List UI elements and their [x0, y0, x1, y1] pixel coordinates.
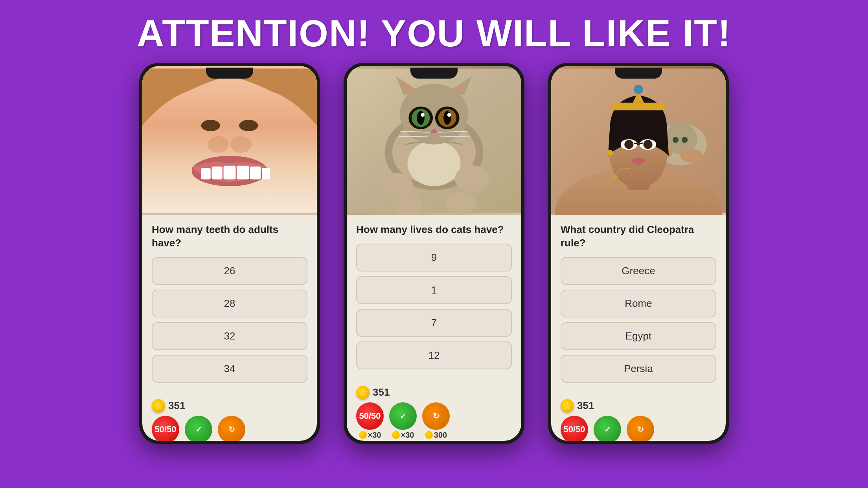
svg-point-1: [208, 136, 229, 152]
phone-2-powerup-check[interactable]: ✓ ×30: [389, 402, 417, 440]
phone-2-powerup-50-label: ×30: [359, 431, 381, 440]
phone-1-inner: How many teeth do adults have? 26 28 32 …: [142, 66, 317, 441]
svg-point-11: [239, 120, 258, 131]
phone-1-powerup-swap[interactable]: ↻ 300: [218, 416, 245, 441]
phone-3-powerup-check-badge: ✓: [594, 416, 621, 441]
svg-point-35: [455, 165, 489, 192]
phone-3-powerup-50-badge: 50/50: [561, 416, 588, 441]
phone-3-powerup-50[interactable]: 50/50 ×30: [561, 416, 588, 441]
phone-1-answer-3[interactable]: 32: [152, 322, 307, 350]
phone-2-powerup-check-badge: ✓: [389, 402, 417, 430]
phone-3-answer-2[interactable]: Rome: [561, 290, 716, 317]
phone-1-question: How many teeth do adults have?: [152, 223, 307, 250]
phone-1-wrapper: How many teeth do adults have? 26 28 32 …: [139, 63, 320, 444]
phone-1: How many teeth do adults have? 26 28 32 …: [139, 63, 320, 444]
svg-point-48: [680, 149, 703, 163]
phone-2-coins-row: ⭐ 351: [356, 386, 512, 399]
phone-1-image-svg: [142, 66, 317, 215]
phone-2-coins-count: 351: [373, 386, 390, 398]
phone-1-powerup-check[interactable]: ✓ ×30: [185, 416, 212, 441]
phone-3: What country did Cleopatra rule? Greece …: [548, 63, 729, 444]
phone-2-powerup-50-coin: [359, 431, 367, 439]
phone-1-answer-2[interactable]: 28: [152, 290, 307, 317]
svg-point-63: [607, 150, 613, 156]
phone-3-powerup-swap[interactable]: ↻ 300: [627, 416, 654, 441]
svg-rect-4: [201, 168, 211, 179]
svg-rect-9: [262, 168, 270, 179]
svg-point-45: [673, 137, 679, 143]
phone-3-answer-3[interactable]: Egypt: [561, 322, 716, 350]
phone-1-coins-row: ⭐ 351: [152, 399, 307, 413]
phone-2-answer-2[interactable]: 1: [356, 276, 512, 304]
phone-1-powerup-swap-badge: ↻: [218, 416, 245, 441]
phone-2-powerup-swap-badge: ↻: [422, 402, 450, 430]
phone-2-powerup-swap[interactable]: ↻ 300: [422, 402, 450, 440]
phone-2-answer-4[interactable]: 12: [356, 341, 512, 369]
svg-point-46: [682, 137, 688, 143]
phone-3-answer-4[interactable]: Persia: [561, 355, 716, 383]
phone-1-powerups-row: 50/50 ×30 ✓ ×30 ↻: [152, 416, 307, 441]
phone-2-powerup-swap-coin: [425, 431, 433, 439]
phone-2-image: [347, 66, 521, 215]
phone-2: How many lives do cats have? 9 1 7 12 ⭐ …: [344, 63, 524, 444]
phone-1-image: [142, 66, 317, 215]
phone-1-answer-1[interactable]: 26: [152, 257, 307, 285]
phone-3-footer: ⭐ 351 50/50 ×30 ✓ ×30: [551, 395, 726, 441]
phone-3-powerup-check[interactable]: ✓ ×30: [594, 416, 621, 441]
phone-1-powerup-check-badge: ✓: [185, 416, 212, 441]
phone-1-notch: [206, 68, 253, 79]
phone-3-powerups-row: 50/50 ×30 ✓ ×30 ↻: [561, 416, 716, 441]
phone-2-powerup-50[interactable]: 50/50 ×30: [356, 402, 384, 440]
phone-2-footer: ⭐ 351 50/50 ×30 ✓ ×30: [347, 382, 521, 441]
phone-1-coins-count: 351: [168, 400, 185, 412]
phone-1-footer: ⭐ 351 50/50 ×30 ✓ ×30: [142, 395, 317, 441]
phone-2-powerups-row: 50/50 ×30 ✓ ×30 ↻: [356, 402, 512, 440]
phone-2-question: How many lives do cats have?: [356, 223, 512, 237]
svg-point-28: [447, 113, 451, 117]
svg-rect-7: [237, 166, 249, 180]
svg-point-15: [407, 141, 460, 186]
svg-point-54: [634, 85, 643, 94]
phone-2-powerup-swap-label: 300: [425, 431, 447, 440]
phones-container: How many teeth do adults have? 26 28 32 …: [116, 63, 752, 444]
page-title: ATTENTION! YOU WILL LIKE IT!: [137, 12, 731, 55]
phone-2-notch: [410, 68, 458, 79]
phone-2-inner: How many lives do cats have? 9 1 7 12 ⭐ …: [347, 66, 521, 441]
svg-rect-52: [612, 103, 665, 110]
phone-2-image-svg: [347, 66, 521, 215]
phone-2-answer-3[interactable]: 7: [356, 309, 512, 337]
phone-3-answer-1[interactable]: Greece: [561, 257, 716, 285]
phone-2-powerup-check-label: ×30: [392, 431, 414, 440]
phone-2-content: How many lives do cats have? 9 1 7 12: [347, 215, 521, 382]
phone-1-coin-icon: ⭐: [152, 399, 165, 413]
phone-2-answer-1[interactable]: 9: [356, 244, 512, 272]
phone-3-image: [551, 66, 726, 215]
svg-point-10: [201, 120, 220, 131]
phone-1-powerup-50[interactable]: 50/50 ×30: [152, 416, 179, 441]
phone-2-powerup-50-badge: 50/50: [356, 402, 384, 430]
phone-3-content: What country did Cleopatra rule? Greece …: [551, 215, 726, 395]
phone-3-inner: What country did Cleopatra rule? Greece …: [551, 66, 726, 441]
svg-rect-6: [224, 166, 236, 180]
phone-3-wrapper: What country did Cleopatra rule? Greece …: [548, 63, 729, 444]
phone-2-coin-icon: ⭐: [356, 386, 370, 399]
svg-point-26: [443, 111, 451, 125]
phone-1-answer-4[interactable]: 34: [152, 355, 307, 383]
svg-point-25: [417, 111, 425, 125]
svg-point-2: [230, 136, 252, 152]
svg-point-57: [624, 140, 633, 149]
phone-1-content: How many teeth do adults have? 26 28 32 …: [142, 215, 317, 395]
phone-2-wrapper: How many lives do cats have? 9 1 7 12 ⭐ …: [344, 63, 524, 444]
phone-2-powerup-check-coin: [392, 431, 400, 439]
phone-3-coins-count: 351: [577, 400, 594, 412]
phone-3-notch: [615, 68, 662, 79]
phone-1-powerup-50-badge: 50/50: [152, 416, 179, 441]
phone-3-coins-row: ⭐ 351: [561, 399, 716, 413]
phone-3-coin-icon: ⭐: [561, 399, 574, 413]
svg-rect-5: [212, 167, 223, 180]
svg-point-27: [421, 113, 425, 117]
svg-rect-8: [250, 167, 261, 180]
phone-3-question: What country did Cleopatra rule?: [561, 223, 716, 250]
phone-3-powerup-swap-badge: ↻: [627, 416, 654, 441]
svg-point-64: [614, 175, 618, 179]
